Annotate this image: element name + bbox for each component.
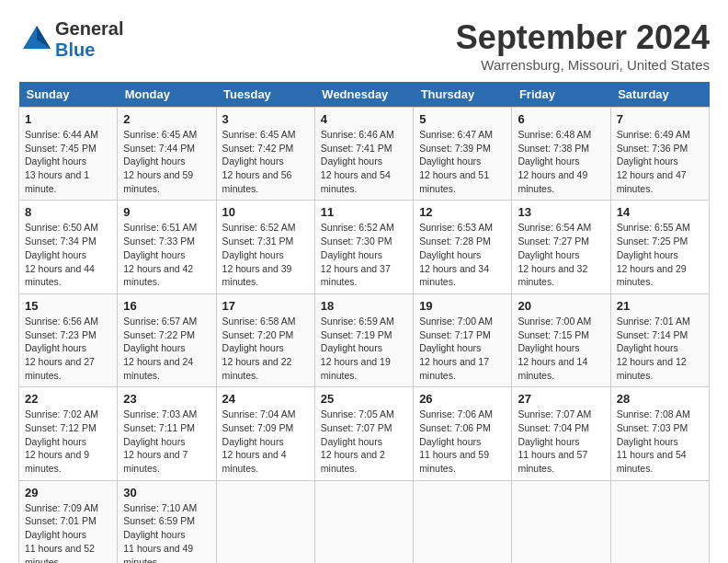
- day-detail: Sunrise: 6:57 AMSunset: 7:22 PMDaylight …: [123, 316, 197, 381]
- calendar-day-cell: 5 Sunrise: 6:47 AMSunset: 7:39 PMDayligh…: [414, 108, 512, 201]
- day-number: 28: [617, 392, 703, 406]
- day-detail: Sunrise: 7:08 AMSunset: 7:03 PMDaylight …: [617, 408, 690, 474]
- location: Warrensburg, Missouri, United States: [456, 57, 710, 73]
- calendar-day-cell: 23 Sunrise: 7:03 AMSunset: 7:11 PMDaylig…: [118, 387, 216, 480]
- page-header: General Blue September 2024 Warrensburg,…: [18, 18, 710, 73]
- day-number: 3: [222, 112, 309, 126]
- weekday-header: Thursday: [414, 82, 512, 108]
- calendar-day-cell: 12 Sunrise: 6:53 AMSunset: 7:28 PMDaylig…: [414, 201, 512, 293]
- calendar-day-cell: 30 Sunrise: 7:10 AMSunset: 6:59 PMDaylig…: [118, 480, 216, 563]
- calendar-week-row: 15 Sunrise: 6:56 AMSunset: 7:23 PMDaylig…: [19, 293, 710, 386]
- day-detail: Sunrise: 6:59 AMSunset: 7:19 PMDaylight …: [321, 316, 394, 381]
- day-detail: Sunrise: 7:00 AMSunset: 7:15 PMDaylight …: [518, 316, 591, 381]
- calendar-day-cell: 6 Sunrise: 6:48 AMSunset: 7:38 PMDayligh…: [512, 108, 610, 201]
- calendar-day-cell: 24 Sunrise: 7:04 AMSunset: 7:09 PMDaylig…: [216, 387, 314, 480]
- day-number: 2: [123, 112, 210, 126]
- day-number: 27: [518, 392, 604, 406]
- day-detail: Sunrise: 6:54 AMSunset: 7:27 PMDaylight …: [518, 222, 591, 287]
- calendar-day-cell: 19 Sunrise: 7:00 AMSunset: 7:17 PMDaylig…: [414, 293, 512, 386]
- empty-cell: [512, 480, 610, 563]
- empty-cell: [610, 480, 709, 563]
- calendar-day-cell: 29 Sunrise: 7:09 AMSunset: 7:01 PMDaylig…: [19, 480, 118, 563]
- calendar-day-cell: 18 Sunrise: 6:59 AMSunset: 7:19 PMDaylig…: [314, 293, 413, 386]
- day-number: 20: [518, 299, 604, 313]
- day-detail: Sunrise: 7:04 AMSunset: 7:09 PMDaylight …: [222, 408, 296, 474]
- day-detail: Sunrise: 6:55 AMSunset: 7:25 PMDaylight …: [617, 222, 690, 287]
- day-detail: Sunrise: 7:03 AMSunset: 7:11 PMDaylight …: [123, 408, 197, 474]
- day-number: 11: [321, 205, 407, 219]
- month-title: September 2024: [456, 18, 710, 57]
- calendar-day-cell: 16 Sunrise: 6:57 AMSunset: 7:22 PMDaylig…: [118, 293, 216, 386]
- day-number: 23: [123, 392, 210, 406]
- calendar-day-cell: 21 Sunrise: 7:01 AMSunset: 7:14 PMDaylig…: [610, 293, 709, 386]
- day-detail: Sunrise: 6:47 AMSunset: 7:39 PMDaylight …: [419, 129, 493, 194]
- calendar-day-cell: 3 Sunrise: 6:45 AMSunset: 7:42 PMDayligh…: [216, 108, 314, 201]
- day-number: 7: [617, 112, 703, 126]
- day-number: 6: [518, 112, 604, 126]
- day-detail: Sunrise: 7:09 AMSunset: 7:01 PMDaylight …: [25, 502, 98, 563]
- weekday-header: Saturday: [610, 82, 709, 108]
- day-number: 26: [419, 392, 506, 406]
- day-detail: Sunrise: 6:51 AMSunset: 7:33 PMDaylight …: [123, 222, 197, 287]
- day-number: 19: [419, 299, 506, 313]
- day-number: 16: [123, 299, 210, 313]
- title-block: September 2024 Warrensburg, Missouri, Un…: [456, 18, 710, 73]
- empty-cell: [314, 480, 413, 563]
- day-detail: Sunrise: 6:52 AMSunset: 7:30 PMDaylight …: [321, 222, 394, 287]
- day-detail: Sunrise: 6:53 AMSunset: 7:28 PMDaylight …: [419, 222, 493, 287]
- day-detail: Sunrise: 7:00 AMSunset: 7:17 PMDaylight …: [419, 316, 493, 381]
- logo-text: General Blue: [55, 18, 123, 61]
- calendar-day-cell: 14 Sunrise: 6:55 AMSunset: 7:25 PMDaylig…: [610, 201, 709, 293]
- calendar-day-cell: 11 Sunrise: 6:52 AMSunset: 7:30 PMDaylig…: [314, 201, 413, 293]
- calendar-table: SundayMondayTuesdayWednesdayThursdayFrid…: [18, 82, 710, 563]
- calendar-day-cell: 15 Sunrise: 6:56 AMSunset: 7:23 PMDaylig…: [19, 293, 118, 386]
- calendar-day-cell: 26 Sunrise: 7:06 AMSunset: 7:06 PMDaylig…: [414, 387, 512, 480]
- day-detail: Sunrise: 6:45 AMSunset: 7:42 PMDaylight …: [222, 129, 296, 194]
- day-number: 25: [321, 392, 407, 406]
- calendar-day-cell: 13 Sunrise: 6:54 AMSunset: 7:27 PMDaylig…: [512, 201, 610, 293]
- weekday-header: Sunday: [19, 82, 118, 108]
- day-number: 1: [25, 112, 111, 126]
- calendar-day-cell: 8 Sunrise: 6:50 AMSunset: 7:34 PMDayligh…: [19, 201, 118, 293]
- day-number: 29: [25, 486, 111, 500]
- day-detail: Sunrise: 6:48 AMSunset: 7:38 PMDaylight …: [518, 129, 591, 194]
- logo-icon: [18, 21, 55, 58]
- day-detail: Sunrise: 7:07 AMSunset: 7:04 PMDaylight …: [518, 408, 591, 474]
- calendar-day-cell: 9 Sunrise: 6:51 AMSunset: 7:33 PMDayligh…: [118, 201, 216, 293]
- day-number: 18: [321, 299, 407, 313]
- day-number: 8: [25, 205, 111, 219]
- day-detail: Sunrise: 7:06 AMSunset: 7:06 PMDaylight …: [419, 408, 493, 474]
- day-number: 17: [222, 299, 309, 313]
- day-detail: Sunrise: 6:44 AMSunset: 7:45 PMDaylight …: [25, 129, 98, 194]
- day-number: 5: [419, 112, 506, 126]
- day-detail: Sunrise: 6:46 AMSunset: 7:41 PMDaylight …: [321, 129, 394, 194]
- empty-cell: [216, 480, 314, 563]
- calendar-week-row: 22 Sunrise: 7:02 AMSunset: 7:12 PMDaylig…: [19, 387, 710, 480]
- day-number: 9: [123, 205, 210, 219]
- calendar-week-row: 8 Sunrise: 6:50 AMSunset: 7:34 PMDayligh…: [19, 201, 710, 293]
- day-detail: Sunrise: 7:10 AMSunset: 6:59 PMDaylight …: [123, 502, 197, 563]
- day-detail: Sunrise: 7:01 AMSunset: 7:14 PMDaylight …: [617, 316, 690, 381]
- calendar-week-row: 29 Sunrise: 7:09 AMSunset: 7:01 PMDaylig…: [19, 480, 710, 563]
- calendar-week-row: 1 Sunrise: 6:44 AMSunset: 7:45 PMDayligh…: [19, 108, 710, 201]
- day-detail: Sunrise: 6:49 AMSunset: 7:36 PMDaylight …: [617, 129, 690, 194]
- logo: General Blue: [18, 18, 123, 61]
- day-number: 30: [123, 486, 210, 500]
- day-number: 10: [222, 205, 309, 219]
- day-detail: Sunrise: 6:50 AMSunset: 7:34 PMDaylight …: [25, 222, 98, 287]
- empty-cell: [414, 480, 512, 563]
- calendar-day-cell: 17 Sunrise: 6:58 AMSunset: 7:20 PMDaylig…: [216, 293, 314, 386]
- day-detail: Sunrise: 6:56 AMSunset: 7:23 PMDaylight …: [25, 316, 98, 381]
- day-detail: Sunrise: 7:02 AMSunset: 7:12 PMDaylight …: [25, 408, 98, 474]
- day-number: 21: [617, 299, 703, 313]
- day-number: 15: [25, 299, 111, 313]
- weekday-header: Tuesday: [216, 82, 314, 108]
- day-number: 4: [321, 112, 407, 126]
- calendar-day-cell: 2 Sunrise: 6:45 AMSunset: 7:44 PMDayligh…: [118, 108, 216, 201]
- calendar-day-cell: 4 Sunrise: 6:46 AMSunset: 7:41 PMDayligh…: [314, 108, 413, 201]
- calendar-day-cell: 7 Sunrise: 6:49 AMSunset: 7:36 PMDayligh…: [610, 108, 709, 201]
- day-number: 13: [518, 205, 604, 219]
- day-number: 24: [222, 392, 309, 406]
- calendar-day-cell: 1 Sunrise: 6:44 AMSunset: 7:45 PMDayligh…: [19, 108, 118, 201]
- weekday-header: Wednesday: [314, 82, 413, 108]
